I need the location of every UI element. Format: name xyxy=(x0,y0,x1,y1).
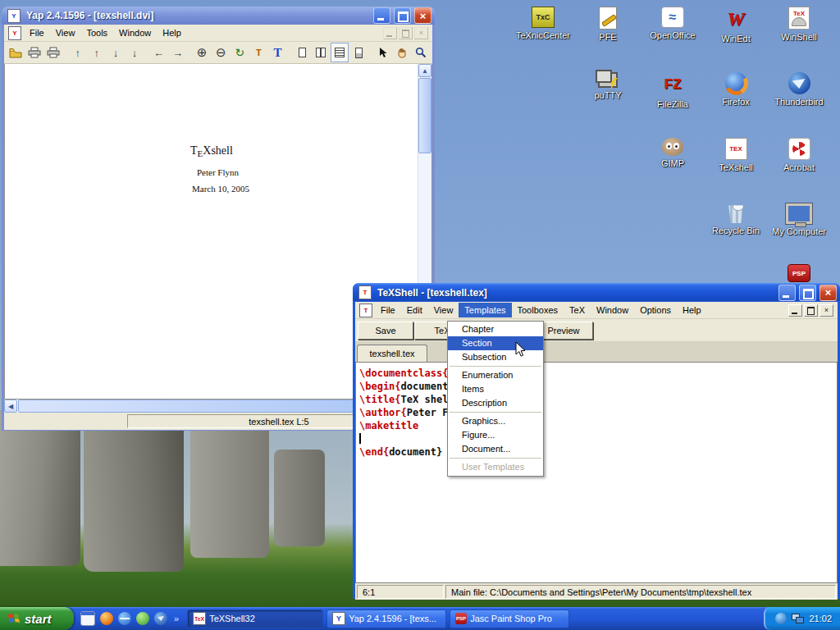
last-page-button[interactable]: ↓ xyxy=(126,43,144,62)
ruler-tool-button[interactable]: T xyxy=(249,43,267,62)
menu-view[interactable]: View xyxy=(428,303,459,317)
back-button[interactable]: ← xyxy=(149,43,167,62)
print-button[interactable] xyxy=(25,43,43,62)
code-editor[interactable]: \documentclass{ \begin{document \title{T… xyxy=(355,363,838,583)
show-desktop-icon[interactable] xyxy=(80,611,95,626)
mdi-close-icon[interactable]: × xyxy=(414,27,428,39)
task-button-paint-shop-pro[interactable]: PSP Jasc Paint Shop Pro xyxy=(450,609,569,628)
desktop-icon-openoffice[interactable]: ≈ OpenOffice xyxy=(641,7,704,40)
continuous-view-button[interactable] xyxy=(331,43,349,62)
menu-options[interactable]: Options xyxy=(634,303,677,317)
tex-document-icon[interactable]: T xyxy=(359,304,372,317)
desktop-icon-recycle-bin[interactable]: Recycle Bin xyxy=(705,203,767,235)
mdi-minimize-icon[interactable] xyxy=(383,27,397,39)
menu-templates[interactable]: Templates xyxy=(459,303,511,317)
horizontal-scroll-thumb[interactable] xyxy=(18,399,363,413)
menu-item-items[interactable]: Items xyxy=(448,382,543,396)
close-button[interactable]: × xyxy=(819,285,837,301)
forward-button[interactable]: → xyxy=(169,43,187,62)
desktop-icon-gimp[interactable]: GIMP xyxy=(641,138,704,168)
menu-window[interactable]: Window xyxy=(591,303,634,317)
desktop-icon-thunderbird[interactable]: Thunderbird xyxy=(768,72,830,107)
menu-item-enumeration[interactable]: Enumeration xyxy=(448,368,543,382)
save-button[interactable]: Save xyxy=(358,322,413,340)
refresh-button[interactable]: ↻ xyxy=(231,43,249,62)
yap-titlebar[interactable]: Y Yap 2.4.1596 - [texshell.dvi] × xyxy=(2,7,435,25)
desktop-icon-putty[interactable]: puTTY xyxy=(577,72,639,100)
dvi-document-icon[interactable]: Y xyxy=(8,26,21,40)
menu-help[interactable]: Help xyxy=(157,25,187,40)
scroll-left-icon[interactable]: ◀ xyxy=(4,399,17,413)
mdi-close-icon[interactable]: × xyxy=(819,304,833,317)
start-button[interactable]: start xyxy=(0,607,74,630)
texshell-toolbar: Save TeX Preview xyxy=(355,319,838,342)
menu-file[interactable]: File xyxy=(24,25,50,40)
minimize-button[interactable] xyxy=(778,285,796,301)
hand-tool-button[interactable] xyxy=(393,43,411,62)
menu-item-document[interactable]: Document... xyxy=(448,442,543,456)
desktop-icon-pfe[interactable]: PFE xyxy=(577,7,639,42)
quick-launch-overflow-chevron[interactable]: » xyxy=(172,614,180,623)
maximize-button[interactable] xyxy=(394,7,411,24)
zoom-in-button[interactable]: ⊕ xyxy=(193,43,211,62)
menu-window[interactable]: Window xyxy=(113,25,157,40)
icon-glyph: FZ xyxy=(664,76,682,93)
menu-file[interactable]: File xyxy=(375,303,401,317)
thunderbird-quicklaunch-icon[interactable] xyxy=(154,612,167,625)
first-page-button[interactable]: ↑ xyxy=(69,43,87,62)
menu-tools[interactable]: Tools xyxy=(80,25,113,40)
desktop-icon-texshell[interactable]: TEX TeXshell xyxy=(705,138,767,172)
mdi-minimize-icon[interactable] xyxy=(788,304,802,317)
zoom-out-button[interactable]: ⊖ xyxy=(212,43,230,62)
quick-launch-icon[interactable] xyxy=(136,612,149,625)
single-page-view-button[interactable] xyxy=(293,43,311,62)
task-button-texshell[interactable]: TeX TeXShell32 xyxy=(187,609,323,628)
close-button[interactable]: × xyxy=(414,7,431,24)
task-button-yap[interactable]: Y Yap 2.4.1596 - [texs... xyxy=(326,609,446,628)
text-tool-button[interactable]: T xyxy=(268,43,286,62)
menu-item-graphics[interactable]: Graphics... xyxy=(448,414,543,428)
prev-page-button[interactable]: ↑ xyxy=(88,43,106,62)
menu-tex[interactable]: TeX xyxy=(564,303,591,317)
messenger-tray-icon[interactable] xyxy=(775,613,787,624)
menu-item-subsection[interactable]: Subsection xyxy=(448,350,543,364)
vertical-scroll-thumb[interactable] xyxy=(418,78,431,153)
magnifier-tool-button[interactable] xyxy=(412,43,430,62)
two-page-view-button[interactable] xyxy=(312,43,330,62)
desktop-icon-texniccenter[interactable]: TxC TeXnicCenter xyxy=(512,7,574,40)
desktop-icon-winshell[interactable]: TeX WinShell xyxy=(768,7,830,42)
ie-quicklaunch-icon[interactable] xyxy=(118,612,131,625)
menu-toolboxes[interactable]: Toolboxes xyxy=(512,303,564,317)
print-setup-button[interactable] xyxy=(44,43,62,62)
scroll-up-icon[interactable]: ▲ xyxy=(418,64,431,77)
clock[interactable]: 21:02 xyxy=(809,614,832,623)
next-page-button[interactable]: ↓ xyxy=(107,43,125,62)
menu-help[interactable]: Help xyxy=(677,303,707,317)
desktop-icon-winedt[interactable]: W WinEdt xyxy=(705,7,767,43)
minimize-button[interactable] xyxy=(373,7,390,24)
menu-view[interactable]: View xyxy=(50,25,81,40)
menu-item-chapter[interactable]: Chapter xyxy=(448,322,543,336)
menu-item-description[interactable]: Description xyxy=(448,396,543,410)
maximize-button[interactable] xyxy=(799,285,816,301)
network-tray-icon[interactable] xyxy=(792,614,804,623)
mdi-restore-icon[interactable] xyxy=(804,304,818,317)
tab-texshell-tex[interactable]: texshell.tex xyxy=(357,345,427,362)
desktop-icon-acrobat[interactable]: Acrobat xyxy=(768,138,830,172)
texshell-app-icon: T xyxy=(358,285,372,299)
mdi-restore-icon[interactable] xyxy=(399,27,413,39)
desktop-icon-my-computer[interactable]: My Computer xyxy=(768,203,830,236)
desktop-icon-psp[interactable]: PSP xyxy=(768,264,830,282)
menu-item-figure[interactable]: Figure... xyxy=(448,428,543,442)
full-page-view-button[interactable] xyxy=(349,43,368,62)
firefox-quicklaunch-icon[interactable] xyxy=(100,612,113,625)
yap-task-icon: Y xyxy=(332,612,345,625)
menu-item-section[interactable]: Section xyxy=(448,336,543,350)
open-file-button[interactable] xyxy=(7,43,25,62)
desktop-icon-filezilla[interactable]: FZ FileZilla xyxy=(641,72,704,109)
recycle-bin-icon xyxy=(727,203,745,223)
pointer-tool-button[interactable] xyxy=(374,43,392,62)
texshell-titlebar[interactable]: T TeXShell - [texshell.tex] × xyxy=(353,283,840,302)
desktop-icon-firefox[interactable]: Firefox xyxy=(705,72,767,107)
menu-edit[interactable]: Edit xyxy=(401,303,428,317)
